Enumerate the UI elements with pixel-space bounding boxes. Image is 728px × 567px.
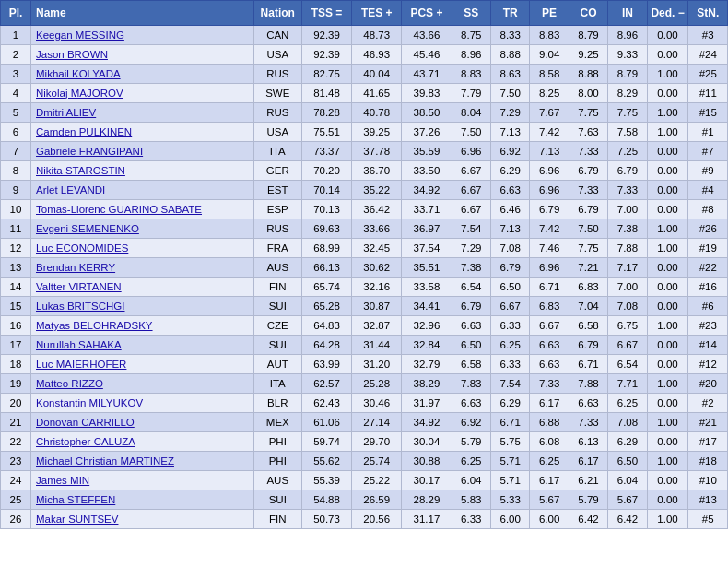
athlete-link[interactable]: Tomas-Llorenc GUARINO SABATE: [36, 204, 202, 215]
table-row: 6Camden PULKINENUSA75.5139.2537.267.507.…: [1, 123, 728, 142]
athlete-link[interactable]: Matyas BELOHRADSKY: [36, 320, 153, 331]
header-pl: Pl.: [1, 1, 31, 26]
cell-co: 6.79: [569, 336, 607, 355]
cell-name[interactable]: Nurullah SAHAKA: [31, 336, 254, 355]
athlete-link[interactable]: Luc ECONOMIDES: [36, 242, 128, 254]
athlete-link[interactable]: Konstantin MILYUKOV: [36, 397, 143, 408]
cell-name[interactable]: Konstantin MILYUKOV: [31, 394, 254, 413]
cell-name[interactable]: James MIN: [31, 471, 254, 490]
cell-name[interactable]: Valtter VIRTANEN: [31, 278, 254, 297]
cell-name[interactable]: Dmitri ALIEV: [31, 103, 254, 123]
cell-ded: 1.00: [647, 123, 688, 142]
cell-pe: 7.67: [530, 103, 569, 123]
cell-stn: #26: [688, 219, 728, 239]
cell-tes: 25.74: [352, 452, 402, 471]
athlete-link[interactable]: Nikita STAROSTIN: [36, 165, 125, 176]
cell-name[interactable]: Matyas BELOHRADSKY: [31, 316, 254, 336]
cell-tss: 68.99: [301, 239, 351, 258]
athlete-link[interactable]: Brendan KERRY: [36, 262, 115, 273]
cell-stn: #2: [688, 394, 728, 413]
cell-stn: #8: [688, 200, 728, 219]
athlete-link[interactable]: Makar SUNTSEV: [36, 514, 118, 525]
athlete-link[interactable]: Matteo RIZZO: [36, 378, 103, 389]
cell-stn: #23: [688, 316, 728, 336]
cell-nation: AUS: [253, 258, 301, 278]
athlete-link[interactable]: Jason BROWN: [36, 49, 108, 60]
cell-tss: 70.20: [301, 161, 351, 181]
cell-pcs: 37.54: [402, 239, 452, 258]
cell-pcs: 37.26: [402, 123, 452, 142]
athlete-link[interactable]: Donovan CARRILLO: [36, 417, 135, 428]
cell-name[interactable]: Nikolaj MAJOROV: [31, 84, 254, 103]
cell-ded: 0.00: [647, 181, 688, 200]
cell-name[interactable]: Lukas BRITSCHGI: [31, 297, 254, 316]
athlete-link[interactable]: Nurullah SAHAKA: [36, 339, 122, 350]
cell-ss: 6.58: [452, 355, 490, 374]
cell-stn: #21: [688, 413, 728, 432]
cell-tes: 32.87: [352, 316, 402, 336]
cell-pe: 6.88: [530, 413, 569, 432]
athlete-link[interactable]: Evgeni SEMENENKO: [36, 223, 139, 234]
athlete-link[interactable]: Lukas BRITSCHGI: [36, 301, 125, 312]
athlete-link[interactable]: Micha STEFFEN: [36, 494, 115, 505]
cell-name[interactable]: Camden PULKINEN: [31, 123, 254, 142]
cell-tss: 78.28: [301, 103, 351, 123]
cell-name[interactable]: Makar SUNTSEV: [31, 510, 254, 529]
cell-name[interactable]: Micha STEFFEN: [31, 490, 254, 510]
athlete-link[interactable]: Dmitri ALIEV: [36, 107, 96, 118]
table-row: 12Luc ECONOMIDESFRA68.9932.4537.547.297.…: [1, 239, 728, 258]
cell-name[interactable]: Gabriele FRANGIPANI: [31, 142, 254, 161]
cell-pcs: 43.71: [402, 65, 452, 84]
cell-tes: 29.70: [352, 432, 402, 452]
athlete-link[interactable]: James MIN: [36, 475, 89, 486]
cell-ded: 0.00: [647, 432, 688, 452]
cell-tes: 30.87: [352, 297, 402, 316]
cell-name[interactable]: Mikhail KOLYADA: [31, 65, 254, 84]
cell-name[interactable]: Evgeni SEMENENKO: [31, 219, 254, 239]
cell-nation: GER: [253, 161, 301, 181]
athlete-link[interactable]: Gabriele FRANGIPANI: [36, 146, 143, 157]
cell-ss: 7.29: [452, 239, 490, 258]
cell-name[interactable]: Keegan MESSING: [31, 26, 254, 45]
cell-stn: #25: [688, 65, 728, 84]
cell-pe: 6.67: [530, 316, 569, 336]
cell-tr: 5.33: [490, 490, 529, 510]
cell-name[interactable]: Nikita STAROSTIN: [31, 161, 254, 181]
cell-ded: 1.00: [647, 65, 688, 84]
cell-name[interactable]: Christopher CALUZA: [31, 432, 254, 452]
table-row: 1Keegan MESSINGCAN92.3948.7343.668.758.3…: [1, 26, 728, 45]
athlete-link[interactable]: Valtter VIRTANEN: [36, 281, 122, 292]
header-ss: SS: [452, 1, 490, 26]
cell-name[interactable]: Jason BROWN: [31, 45, 254, 65]
cell-tr: 6.79: [490, 258, 529, 278]
cell-pcs: 32.84: [402, 336, 452, 355]
athlete-link[interactable]: Camden PULKINEN: [36, 126, 132, 137]
cell-ded: 0.00: [647, 84, 688, 103]
cell-in: 6.79: [608, 161, 647, 181]
athlete-link[interactable]: Michael Christian MARTINEZ: [36, 455, 174, 467]
cell-pcs: 34.41: [402, 297, 452, 316]
cell-pl: 26: [1, 510, 31, 529]
cell-tes: 33.66: [352, 219, 402, 239]
cell-name[interactable]: Arlet LEVANDI: [31, 181, 254, 200]
cell-name[interactable]: Luc MAIERHOFER: [31, 355, 254, 374]
cell-name[interactable]: Tomas-Llorenc GUARINO SABATE: [31, 200, 254, 219]
athlete-link[interactable]: Nikolaj MAJOROV: [36, 88, 123, 99]
cell-tss: 61.06: [301, 413, 351, 432]
cell-name[interactable]: Matteo RIZZO: [31, 374, 254, 394]
athlete-link[interactable]: Luc MAIERHOFER: [36, 359, 126, 370]
cell-tss: 65.28: [301, 297, 351, 316]
cell-tes: 40.78: [352, 103, 402, 123]
athlete-link[interactable]: Arlet LEVANDI: [36, 184, 105, 195]
cell-name[interactable]: Michael Christian MARTINEZ: [31, 452, 254, 471]
athlete-link[interactable]: Keegan MESSING: [36, 30, 124, 41]
cell-pcs: 36.97: [402, 219, 452, 239]
athlete-link[interactable]: Christopher CALUZA: [36, 436, 135, 447]
cell-name[interactable]: Donovan CARRILLO: [31, 413, 254, 432]
cell-ss: 6.54: [452, 278, 490, 297]
cell-pcs: 30.17: [402, 471, 452, 490]
cell-name[interactable]: Brendan KERRY: [31, 258, 254, 278]
header-tr: TR: [490, 1, 529, 26]
cell-name[interactable]: Luc ECONOMIDES: [31, 239, 254, 258]
athlete-link[interactable]: Mikhail KOLYADA: [36, 68, 121, 79]
